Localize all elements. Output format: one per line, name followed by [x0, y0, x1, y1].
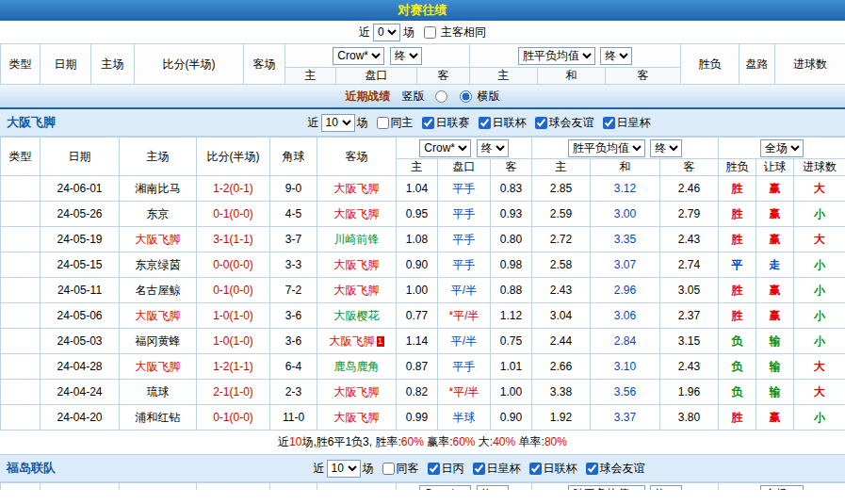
odds-stage-select[interactable]: 终 — [477, 139, 509, 157]
league-type-badge[interactable]: 日职联 — [1, 405, 41, 431]
avg-stage-select[interactable]: 终 — [650, 139, 682, 157]
league-type-badge[interactable]: 日职联 — [1, 252, 41, 278]
avg-draw-odds[interactable]: 3.00 — [591, 202, 660, 227]
home-team-name[interactable]: 大阪飞脚 — [136, 233, 181, 246]
away-team-cell[interactable]: 大阪飞脚 — [317, 405, 397, 431]
odds-company-select[interactable]: Crow* — [419, 485, 471, 491]
home-team-name[interactable]: 名古屋鲸 — [136, 284, 181, 297]
odds-stage-select[interactable]: 终 — [390, 47, 422, 65]
away-odds[interactable]: 1.12 — [491, 303, 532, 329]
away-team-name[interactable]: 大阪飞脚 — [330, 334, 375, 348]
avg-stage-select[interactable]: 终 — [650, 485, 682, 491]
checkbox-league-cup[interactable] — [479, 117, 491, 129]
avg-stage-select[interactable]: 终 — [600, 47, 632, 65]
away-team-name[interactable]: 大阪飞脚 — [334, 284, 380, 297]
home-team-name[interactable]: 福冈黄蜂 — [136, 334, 181, 348]
handicap-line[interactable]: *平/半 — [438, 303, 491, 329]
avg-home-odds[interactable]: 1.92 — [532, 405, 591, 431]
away-team-name[interactable]: 大阪樱花 — [334, 309, 380, 322]
handicap-line[interactable]: 平手 — [438, 227, 491, 252]
match-score[interactable]: 0-0(0-0) — [197, 252, 270, 278]
away-team-cell[interactable]: 大阪飞脚 — [317, 176, 397, 202]
checkbox-league-cup[interactable] — [529, 463, 542, 475]
away-odds[interactable]: 0.75 — [491, 329, 532, 354]
avg-away-odds[interactable]: 3.15 — [660, 329, 719, 354]
home-odds[interactable]: 0.95 — [397, 202, 438, 227]
home-odds[interactable]: 0.87 — [397, 354, 438, 380]
avg-draw-odds[interactable]: 3.12 — [591, 176, 660, 202]
avg-away-odds[interactable]: 2.43 — [660, 354, 719, 380]
avg-draw-odds[interactable]: 3.35 — [591, 227, 660, 252]
checkbox-club-friendly[interactable] — [535, 117, 547, 129]
away-team-cell[interactable]: 川崎前锋 — [317, 227, 397, 252]
checkbox-club-friendly[interactable] — [586, 463, 598, 475]
away-team-name[interactable]: 大阪飞脚 — [334, 182, 380, 195]
avg-type-select[interactable]: 胜平负均值 — [568, 485, 645, 491]
avg-draw-odds[interactable]: 3.10 — [591, 354, 660, 380]
away-team-cell[interactable]: 大阪樱花 — [317, 303, 397, 329]
checkbox-same-home[interactable] — [377, 117, 389, 129]
league-type-badge[interactable]: 日职联 — [1, 202, 41, 227]
home-odds[interactable]: 0.77 — [397, 303, 438, 329]
avg-away-odds[interactable]: 2.74 — [660, 252, 719, 278]
home-odds[interactable]: 1.08 — [397, 227, 438, 252]
avg-home-odds[interactable]: 2.66 — [532, 354, 591, 380]
away-odds[interactable]: 0.88 — [491, 278, 532, 303]
avg-away-odds[interactable]: 2.79 — [660, 202, 719, 227]
checkbox-emperors-cup[interactable] — [603, 117, 615, 129]
away-team-name[interactable]: 鹿岛鹿角 — [334, 360, 380, 373]
match-score[interactable]: 1-2(1-1) — [197, 354, 270, 380]
avg-draw-odds[interactable]: 2.96 — [591, 278, 660, 303]
team-name[interactable]: 福岛联队 — [0, 460, 113, 477]
avg-away-odds[interactable]: 2.46 — [660, 176, 719, 202]
home-team-cell[interactable]: 大阪飞脚 — [120, 354, 197, 380]
home-team-cell[interactable]: 东京绿茵 — [120, 252, 197, 278]
scope-select[interactable]: 全场 — [760, 139, 804, 157]
avg-away-odds[interactable]: 2.43 — [660, 227, 719, 252]
odds-company-select[interactable]: Crow* — [333, 47, 384, 65]
match-score[interactable]: 1-0(1-0) — [197, 303, 270, 329]
avg-draw-odds[interactable]: 3.06 — [591, 303, 660, 329]
avg-home-odds[interactable]: 3.38 — [532, 380, 591, 405]
home-team-name[interactable]: 琉球 — [147, 385, 170, 398]
away-odds[interactable]: 0.80 — [491, 227, 532, 252]
home-odds[interactable]: 0.90 — [397, 252, 438, 278]
avg-home-odds[interactable]: 2.85 — [532, 176, 591, 202]
avg-draw-odds[interactable]: 3.56 — [591, 380, 660, 405]
gamba-match-count-select[interactable]: 10 — [321, 114, 355, 132]
home-team-name[interactable]: 东京 — [147, 207, 170, 220]
avg-draw-odds[interactable]: 3.37 — [591, 405, 660, 431]
fukushima-match-count-select[interactable]: 10 — [327, 460, 361, 478]
home-odds[interactable]: 0.82 — [397, 380, 438, 405]
away-odds[interactable]: 1.01 — [491, 354, 532, 380]
home-odds[interactable]: 1.14 — [397, 329, 438, 354]
match-score[interactable]: 1-0(1-0) — [197, 329, 270, 354]
home-odds[interactable]: 1.04 — [397, 176, 438, 202]
away-team-name[interactable]: 大阪飞脚 — [334, 385, 380, 398]
away-team-name[interactable]: 大阪飞脚 — [334, 207, 380, 220]
home-team-cell[interactable]: 大阪飞脚 — [120, 227, 197, 252]
away-odds[interactable]: 0.83 — [491, 176, 532, 202]
checkbox-same-away[interactable] — [382, 463, 395, 475]
match-score[interactable]: 1-2(0-1) — [197, 176, 270, 202]
handicap-line[interactable]: *平/半 — [438, 380, 491, 405]
avg-home-odds[interactable]: 2.43 — [532, 278, 591, 303]
league-type-badge[interactable]: 日职联 — [1, 227, 41, 252]
home-team-cell[interactable]: 大阪飞脚 — [120, 303, 197, 329]
away-team-name[interactable]: 川崎前锋 — [334, 233, 380, 246]
league-type-badge[interactable]: 日职联 — [1, 278, 41, 303]
team-name[interactable]: 大阪飞脚 — [0, 114, 113, 131]
league-type-badge[interactable]: 日联杯 — [1, 380, 41, 405]
league-type-badge[interactable]: 日职联 — [1, 303, 41, 329]
handicap-line[interactable]: 平手 — [438, 252, 491, 278]
handicap-line[interactable]: 平/半 — [438, 278, 491, 303]
checkbox-j3-league[interactable] — [428, 463, 440, 475]
home-odds[interactable]: 1.00 — [397, 278, 438, 303]
home-team-name[interactable]: 大阪飞脚 — [136, 309, 181, 322]
avg-away-odds[interactable]: 2.37 — [660, 303, 719, 329]
match-score[interactable]: 3-1(1-1) — [197, 227, 270, 252]
away-odds[interactable]: 1.00 — [491, 380, 532, 405]
home-team-cell[interactable]: 东京 — [120, 202, 197, 227]
vertical-layout-radio[interactable] — [435, 90, 447, 103]
avg-away-odds[interactable]: 1.96 — [660, 380, 719, 405]
